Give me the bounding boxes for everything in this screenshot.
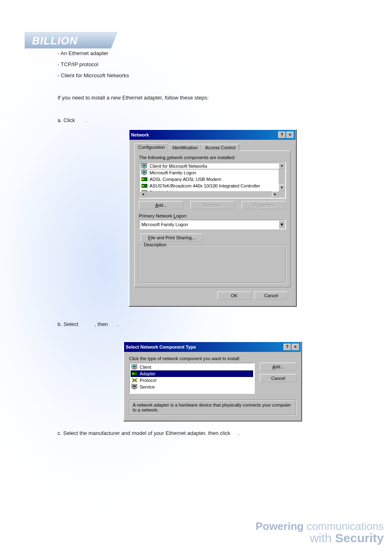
brand-logo: BILLION — [25, 32, 117, 49]
tab-panel-configuration: The following network components are ins… — [134, 150, 291, 287]
component-cancel-button[interactable]: Cancel — [260, 374, 297, 382]
tab-configuration[interactable]: Configuration — [134, 143, 168, 151]
svg-rect-16 — [133, 369, 136, 370]
client-icon — [141, 163, 148, 169]
primary-logon-combo[interactable]: Microsoft Family Logon ▼ — [139, 220, 286, 229]
svg-rect-18 — [132, 373, 134, 375]
svg-rect-11 — [142, 185, 143, 187]
components-listbox[interactable]: Client for Microsoft Networks Microsoft … — [139, 162, 286, 199]
primary-logon-label: Primary Network Logon: — [139, 213, 286, 218]
add-button[interactable]: Add... — [139, 201, 183, 209]
chevron-down-icon[interactable]: ▼ — [279, 220, 285, 229]
component-add-button[interactable]: Add... — [260, 363, 297, 371]
network-dialog: Network ? × Configuration Identification… — [129, 129, 296, 306]
tab-identification[interactable]: Identification — [168, 144, 201, 151]
close-button[interactable]: × — [292, 344, 299, 350]
list-item-adapter[interactable]: Adapter — [131, 370, 253, 377]
list-item-msfamily[interactable]: Microsoft Family Logon — [141, 169, 284, 176]
list-item-adsl-modem[interactable]: ADSL Company ADSL USB Modem — [141, 176, 284, 183]
component-description: A network adapter is a hardware device t… — [129, 400, 296, 415]
svg-rect-6 — [143, 171, 146, 173]
list-item-asustek[interactable]: ASUSTeK/Broadcom 440x 10/100 Integrated … — [141, 183, 284, 189]
network-titlebar: Network ? × — [129, 130, 295, 140]
adapter-icon — [141, 176, 148, 182]
bullet-ethernet: - An Ethernet adapter — [58, 49, 367, 58]
scroll-up-button[interactable]: ▲ — [279, 162, 285, 169]
list-item-service[interactable]: Service — [131, 384, 253, 390]
step-a: a. Click . — [58, 116, 367, 125]
components-label: The following network components are ins… — [139, 155, 286, 160]
client-icon — [141, 170, 148, 176]
scroll-right-button[interactable]: ► — [272, 191, 279, 198]
component-listbox[interactable]: Client Adapter — [129, 363, 255, 394]
help-button[interactable]: ? — [278, 132, 286, 138]
intro-text: If you need to install a new Ethernet ad… — [58, 94, 367, 102]
help-button[interactable]: ? — [284, 344, 291, 350]
list-item-protocol[interactable]: Protocol — [131, 377, 253, 384]
scrollbar-vertical[interactable]: ▲ ▼ — [279, 162, 285, 191]
tab-access-control[interactable]: Access Control — [201, 144, 239, 151]
svg-rect-9 — [142, 178, 143, 180]
adapter-icon — [131, 371, 138, 377]
description-label: Description — [143, 242, 168, 247]
scroll-down-button[interactable]: ▼ — [279, 185, 285, 191]
tabstrip: Configuration Identification Access Cont… — [134, 143, 291, 151]
svg-rect-23 — [133, 388, 136, 389]
bullet-client-msn: - Client for Microsoft Networks — [58, 72, 367, 80]
svg-rect-7 — [143, 174, 145, 175]
adapter-icon — [141, 183, 148, 189]
file-print-sharing-button[interactable]: File and Print Sharing... — [141, 234, 203, 242]
step-c: c. Select the manufacturer and model of … — [58, 429, 367, 438]
list-item-client[interactable]: Client — [131, 364, 253, 370]
scroll-corner — [279, 191, 285, 198]
component-title: Select Network Component Type — [126, 345, 196, 349]
svg-rect-15 — [133, 365, 136, 368]
component-titlebar: Select Network Component Type ? × — [124, 342, 301, 352]
network-title: Network — [131, 132, 149, 137]
primary-logon-value: Microsoft Family Logon — [141, 222, 188, 227]
cancel-button[interactable]: Cancel — [254, 291, 288, 300]
svg-rect-3 — [143, 164, 146, 166]
properties-button[interactable]: Properties — [242, 201, 286, 209]
scroll-left-button[interactable]: ◄ — [140, 191, 146, 198]
component-type-dialog: Select Network Component Type ? × Click … — [123, 341, 302, 421]
close-button[interactable]: × — [286, 132, 294, 138]
component-instruction: Click the type of network component you … — [129, 356, 296, 361]
ok-button[interactable]: OK — [217, 291, 251, 300]
svg-rect-4 — [143, 168, 145, 169]
remove-button[interactable]: Remove — [190, 201, 235, 209]
service-icon — [131, 384, 138, 390]
client-icon — [131, 364, 138, 370]
footer-watermark: Powering communications with Security — [256, 520, 384, 545]
description-group: Description — [139, 245, 286, 283]
svg-rect-22 — [133, 385, 136, 387]
bullet-tcpip: - TCP/IP protocol — [58, 60, 367, 69]
svg-text:BILLION: BILLION — [32, 35, 78, 47]
protocol-icon — [131, 377, 138, 383]
scrollbar-horizontal[interactable]: ◄ ► — [140, 191, 279, 198]
step-b: b. Select , then . — [58, 320, 367, 329]
list-item-client-msn[interactable]: Client for Microsoft Networks — [141, 163, 284, 169]
